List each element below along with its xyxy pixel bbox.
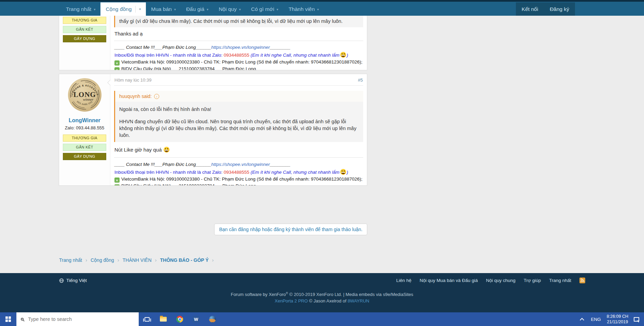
- word-icon: [193, 316, 200, 323]
- user-badge-gay-dung: GÂY DỰNG: [63, 35, 106, 42]
- signature-contact-line: ____ Contact Me !!!___Phạm Đức Long_____…: [114, 161, 363, 168]
- signature-contact-line: ____ Contact Me !!!___Phạm Đức Long_____…: [114, 44, 363, 51]
- breadcrumb-item-current[interactable]: THÔNG BÁO - GÓP Ý: [160, 257, 209, 263]
- tray-expand-chevron-icon[interactable]: [580, 318, 584, 322]
- shopee-link[interactable]: https://shopee.vn/longwinner: [211, 45, 270, 50]
- login-button[interactable]: Kết nối: [516, 2, 544, 16]
- taskbar-empty-area: [221, 312, 580, 326]
- grin-emoji-icon: [164, 147, 169, 153]
- breadcrumb-item-home[interactable]: Trang nhất: [59, 257, 82, 263]
- file-explorer-button[interactable]: [155, 312, 172, 326]
- login-required-notice[interactable]: Bạn cần đăng nhập hoặc đăng ký thành viê…: [214, 224, 367, 235]
- register-button[interactable]: Đăng ký: [544, 2, 575, 16]
- grin-emoji-icon: [340, 52, 346, 58]
- nav-item-noi-quy[interactable]: Nội quy: [214, 2, 246, 16]
- signature-text: ________: [270, 45, 290, 50]
- signature-text: ____ Contact Me !!!___Phạm Đức Long_____…: [114, 162, 211, 167]
- taskbar-search-box[interactable]: [16, 312, 139, 326]
- avatar[interactable]: CELLPHONE & ACCESSORIES LONG winner 093.…: [68, 78, 102, 112]
- copyright-text: Forum software by XenForo: [231, 292, 286, 297]
- chrome-button[interactable]: [172, 312, 188, 326]
- rss-icon[interactable]: [579, 278, 585, 283]
- nav-item-label: Nội quy: [219, 2, 237, 16]
- xenporta-link[interactable]: XenPorta 2 PRO: [275, 298, 308, 303]
- breadcrumb-item-forum[interactable]: Cộng đồng: [91, 257, 114, 263]
- chevron-down-icon[interactable]: [94, 2, 95, 16]
- chevron-down-icon[interactable]: [239, 2, 241, 16]
- footer-links-row: Tiếng Việt Liên hệ Nội quy Mua bán và Đấ…: [0, 273, 644, 283]
- nav-item-cong-dong[interactable]: Cộng đồng: [100, 2, 146, 16]
- user-badge-thuong-gia: THƯƠNG GIA: [63, 17, 106, 24]
- chevron-down-icon[interactable]: [277, 2, 278, 16]
- post-number-link[interactable]: #5: [358, 77, 363, 83]
- nav-account: Kết nối Đăng ký: [516, 2, 575, 16]
- post-bubble-arrow: [108, 80, 111, 85]
- green-check-icon: [114, 67, 120, 70]
- nav-item-thanh-vien[interactable]: Thành viên: [284, 2, 324, 16]
- quote-content: Ngoài ra, còn có lỗi hiển thị hình ảnh n…: [115, 102, 363, 142]
- signature-text: (Em ít khi nghe Call, nhưng chat nhanh l…: [251, 53, 340, 58]
- nav-item-label: Cộng đồng: [106, 2, 132, 16]
- action-center-icon[interactable]: [634, 317, 639, 322]
- browser-icon: [209, 316, 216, 323]
- footer-link-trang-nhat[interactable]: Trang nhất: [549, 278, 571, 283]
- start-button[interactable]: [0, 312, 16, 326]
- post-timestamp-link[interactable]: Hôm nay lúc 10:39: [114, 77, 151, 83]
- post-user-cell: CELLPHONE & ACCESSORIES LONG winner 093.…: [59, 74, 110, 185]
- task-view-button[interactable]: [139, 312, 155, 326]
- nav-item-mua-ban[interactable]: Mua bán: [146, 2, 181, 16]
- globe-icon: [59, 278, 64, 283]
- signature-bank-line: BIDV Cầu Giấy (Hà Nội) __ 21510002383784…: [114, 66, 363, 70]
- breadcrumb-item-members[interactable]: THÀNH VIÊN: [123, 257, 152, 263]
- top-nav: Trang nhất Cộng đồng Mua bán Đấu giá Nội…: [0, 2, 644, 16]
- signature-zalo-line: Inbox/Đối thoại trên HHVN - nhanh nhất l…: [114, 169, 363, 176]
- username-link[interactable]: LongWinner: [59, 117, 110, 124]
- breadcrumb-separator: [85, 257, 87, 263]
- footer-link-noi-quy-chung[interactable]: Nội quy chung: [486, 278, 516, 283]
- xenporta-line: XenPorta 2 PRO © Jason Axelrod of 8WAYRU…: [0, 298, 644, 303]
- chevron-down-icon[interactable]: [207, 2, 208, 16]
- 8wayrun-link[interactable]: 8WAYRUN: [347, 298, 369, 303]
- nav-item-co-gi-moi[interactable]: Có gì mới: [246, 2, 284, 16]
- nav-item-trang-nhat[interactable]: Trang nhất: [61, 2, 100, 16]
- nav-item-label: Thành viên: [289, 2, 315, 16]
- xenporta-text: © Jason Axelrod of: [308, 298, 348, 303]
- quote-attribution: huuquynh said:: [115, 91, 363, 102]
- chevron-down-icon[interactable]: [135, 6, 141, 13]
- task-view-icon: [145, 317, 150, 322]
- input-language-indicator[interactable]: ENG: [591, 317, 601, 322]
- shopee-link[interactable]: https://shopee.vn/longwinner: [211, 162, 270, 167]
- breadcrumb-separator: [212, 257, 214, 263]
- search-input[interactable]: [27, 316, 134, 322]
- signature-block: ____ Contact Me !!!___Phạm Đức Long_____…: [114, 41, 363, 70]
- quote-paragraph: Ngoài ra, còn có lỗi hiển thị hình ảnh n…: [119, 106, 359, 113]
- footer-link-tro-giup[interactable]: Trợ giúp: [524, 278, 541, 283]
- signature-bank-line: VietcomBank Hà Nội: 0991000023380 - Chủ …: [114, 176, 363, 183]
- nav-item-label: Trang nhất: [66, 2, 91, 16]
- language-label: Tiếng Việt: [66, 278, 87, 283]
- post-card-5: CELLPHONE & ACCESSORIES LONG winner 093.…: [59, 74, 367, 186]
- user-badge-gan-ket: GẮN KẾT: [63, 144, 106, 151]
- user-badge-gan-ket: GẮN KẾT: [63, 26, 106, 33]
- green-check-icon: [114, 60, 120, 66]
- post-content-cell: Hôm nay lúc 10:39 #5 huuquynh said: Ngoà…: [110, 74, 367, 185]
- taskbar-clock[interactable]: 8:26:09 CH 21/11/2019: [607, 314, 628, 325]
- goto-quoted-post-icon[interactable]: [154, 94, 159, 99]
- signature-bank-line: VietcomBank Hà Nội: 0991000023380 - Chủ …: [114, 59, 363, 66]
- nav-item-label: Mua bán: [151, 2, 172, 16]
- chevron-down-icon[interactable]: [174, 2, 176, 16]
- footer-link-noi-quy-mua-ban[interactable]: Nội quy Mua bán và Đấu giá: [420, 278, 478, 283]
- signature-block: ____ Contact Me !!!___Phạm Đức Long_____…: [114, 158, 363, 186]
- chevron-down-icon[interactable]: [317, 2, 319, 16]
- word-button[interactable]: [188, 312, 204, 326]
- language-chooser[interactable]: Tiếng Việt: [59, 278, 87, 283]
- nav-item-dau-gia[interactable]: Đấu giá: [181, 2, 214, 16]
- quote-paragraph: HHVN đang chuyển dữ liệu cũ lên cloud. N…: [119, 118, 359, 139]
- post-card-previous: THƯƠNG GIA GẮN KẾT GÂY DỰNG thấy gì (vì …: [59, 16, 367, 70]
- quote-block: thấy gì (vì dữ liệu chưa lên mây). Các t…: [114, 16, 363, 27]
- copyright-text: © 2010-2019 XenForo Ltd. | Media embeds …: [288, 292, 413, 297]
- browser-button[interactable]: [204, 312, 221, 326]
- copyright-line: Forum software by XenForo® © 2010-2019 X…: [0, 292, 644, 297]
- footer-link-lien-he[interactable]: Liên hệ: [396, 278, 411, 283]
- signature-text: ____ Contact Me !!!___Phạm Đức Long_____…: [114, 45, 211, 50]
